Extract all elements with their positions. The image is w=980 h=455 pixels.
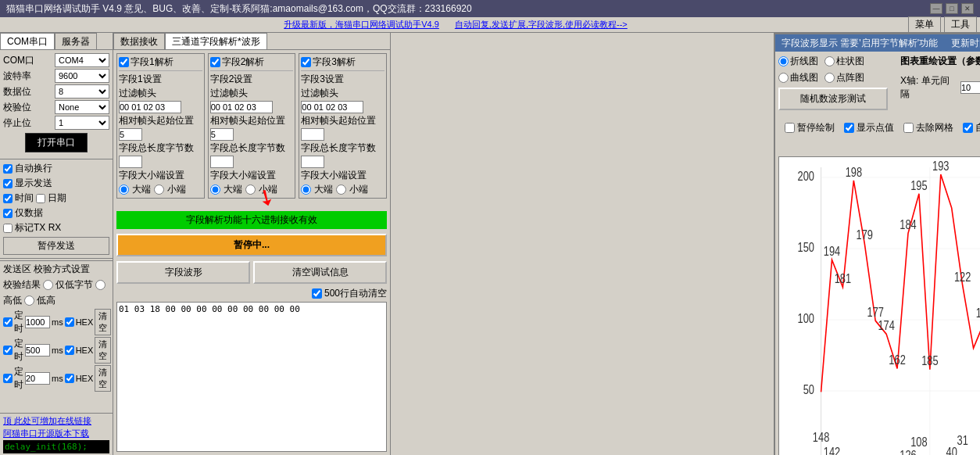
app-title: 猫猫串口网络调试助手 V4.9 意见、BUG、改善、定制-联系阿猫:amaoma… [6,2,472,16]
timer3-ms-input[interactable] [25,372,50,385]
date-label: 日期 [48,192,66,205]
timer3-checkbox[interactable] [3,374,13,383]
svg-text:181: 181 [835,272,851,285]
seg3-header-input[interactable] [301,101,363,113]
clear-debug-button[interactable]: 清空调试信息 [253,261,387,284]
timer2-checkbox[interactable] [3,346,13,355]
chart-type-dot-radio[interactable] [824,73,835,83]
remove-grid-checkbox[interactable] [903,123,914,133]
txrx-checkbox[interactable] [3,224,13,233]
seg1-label: 字段1解析 [131,56,173,69]
stopbits-select[interactable]: 1 [55,116,109,130]
timer3-clear-button[interactable]: 清空 [95,365,111,392]
pause-button[interactable]: 暂停中... [116,234,387,256]
baud-row: 波特率 9600 [3,69,109,83]
seg3-big-label: 大端 [314,183,333,196]
autoreply-link[interactable]: 自动回复,发送扩展,字段波形,使用必读教程--> [455,19,628,30]
seg2-length-input[interactable] [210,156,234,168]
tool-button[interactable]: 工具 [944,16,977,33]
tab-segment-wave[interactable]: 三通道字段解析*波形 [165,33,267,49]
tab-server[interactable]: 服务器 [55,33,97,49]
maximize-button[interactable]: □ [946,3,958,14]
data-only-checkbox[interactable] [3,209,13,218]
seg3-big-radio[interactable] [301,185,311,195]
seg1-header-input[interactable] [119,101,181,113]
show-values-checkbox[interactable] [844,123,854,133]
seg1-big-radio[interactable] [119,185,129,195]
stopbits-row: 停止位 1 [3,116,109,130]
segment-action-buttons: 字段波形 清空调试信息 [116,261,387,284]
seg1-length-input-row [119,156,202,168]
minimize-button[interactable]: — [930,3,942,14]
auto-scale-item: 自动缩放 [963,121,980,134]
close-button[interactable]: ✕ [961,3,974,14]
menu-button[interactable]: 菜单 [908,16,941,33]
seg1-checkbox[interactable] [119,57,129,67]
x-axis-label: X轴: 单元间隔 [900,74,954,101]
menu-buttons: 菜单 工具 [908,16,977,33]
seg2-framestart-input[interactable] [210,128,234,141]
timer1-checkbox[interactable] [3,317,13,327]
bottom-link1[interactable]: 顶 此处可增加在线链接 [3,415,109,427]
seg1-framestart-input[interactable] [119,128,142,141]
open-port-button[interactable]: 打开串口 [25,133,88,152]
chart-type-line-radio[interactable] [778,56,789,66]
code-display: delay_init(168); [3,440,109,453]
random-test-button[interactable]: 随机数波形测试 [778,88,888,110]
seg1-little-radio[interactable] [154,185,164,195]
seg2-checkbox[interactable] [210,57,220,67]
green-notice: 字段解析功能十六进制接收有效 [116,211,387,229]
time-checkbox[interactable] [3,194,13,203]
auto-wrap-checkbox[interactable] [3,164,13,174]
seg3-checkbox[interactable] [301,57,311,67]
auto-clear-checkbox[interactable] [312,288,322,299]
timer2-hex-checkbox[interactable] [65,346,74,355]
seg1-length-input[interactable] [119,156,142,168]
chart-type-curve-radio[interactable] [778,73,789,83]
seg3-length-input[interactable] [301,156,324,168]
timer1-hex-checkbox[interactable] [65,317,74,327]
tab-data-receive[interactable]: 数据接收 [113,33,165,49]
timer3-ms-label: ms [52,374,63,383]
check-low-radio[interactable] [43,280,53,290]
seg3-framestart-input[interactable] [301,128,324,141]
txrx-row: 标记TX RX [0,220,113,235]
timer1-ms-input[interactable] [25,316,50,328]
databits-row: 数据位 8 [3,84,109,99]
com-select[interactable]: COM4 [55,53,109,67]
check-hl-radio[interactable] [95,280,106,290]
seg2-little-radio[interactable] [245,185,256,195]
data-display: 01 03 18 00 00 00 00 00 00 00 00 00 [116,302,387,452]
svg-text:150: 150 [798,241,814,254]
bottom-link2[interactable]: 阿猫串口开源版本下载 [3,428,109,439]
check-lh-radio[interactable] [24,296,34,306]
seg2-big-radio[interactable] [210,185,220,195]
auto-scale-checkbox[interactable] [963,123,973,133]
popup-title: 字段波形显示 需要'启用字节解析'功能 更新时间2018年12月31日03：42… [781,37,980,50]
show-send-checkbox[interactable] [3,179,13,188]
radio-line: 折线图 [778,55,818,68]
stop-send-button[interactable]: 暂停发送 [3,237,109,255]
seg3-little-radio[interactable] [336,185,346,195]
baud-select[interactable]: 9600 [55,69,109,83]
x-axis-row: X轴: 单元间隔 Y轴: 单元间距 最小值 显示宽度 重绘图表 清空 [900,71,980,104]
timer1-clear-button[interactable]: 清空 [95,309,111,335]
databits-select[interactable]: 8 [55,84,109,99]
seg2-framestart-label: 相对帧头起始位置 [210,114,294,127]
seg2-header-input[interactable] [210,101,273,113]
segment2-col: 字段2解析 字段2设置 过滤帧头 相对帧头起始位置 [208,53,296,199]
svg-text:198: 198 [846,166,862,179]
pause-draw-checkbox[interactable] [785,123,795,133]
timer2-clear-button[interactable]: 清空 [95,337,111,364]
tab-com[interactable]: COM串口 [0,33,55,49]
upgrade-link[interactable]: 升级最新版，海猫串口网络调试助手V4.9 [284,19,439,30]
chart-type-bar-radio[interactable] [824,56,835,66]
timer2-ms-input[interactable] [25,344,50,356]
segment-wave-button[interactable]: 字段波形 [116,261,250,284]
parity-select[interactable]: None [55,100,109,114]
timer3-hex-checkbox[interactable] [65,374,74,383]
radio-curve: 曲线图 [778,71,818,84]
x-axis-input[interactable] [960,81,980,94]
main-container: COM串口 服务器 COM口 COM4 波特率 9600 数据位 8 [0,33,980,455]
date-checkbox[interactable] [36,194,45,203]
